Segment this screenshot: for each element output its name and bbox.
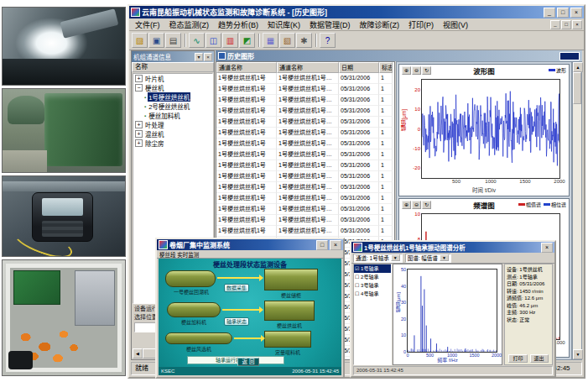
tree-item[interactable]: +混丝机	[133, 129, 212, 139]
scrollbar-thumb[interactable]	[573, 72, 581, 104]
tree-item[interactable]: −梗丝机	[133, 83, 212, 92]
toolbar-print-icon[interactable]: ▤	[165, 33, 181, 48]
channel-item[interactable]: ☐ 3号轴承	[354, 281, 391, 290]
back-button[interactable]: 返 回	[237, 358, 259, 366]
scada-close-button[interactable]: ×	[330, 240, 341, 250]
toolbar-save-icon[interactable]: ▣	[148, 33, 164, 48]
tree-item[interactable]: ▪2号梗丝烘丝机	[133, 102, 212, 111]
spectrum-type-combobox[interactable]: 图谱: 幅值谱 ▼	[405, 254, 451, 263]
table-row[interactable]: 1号梗丝烘丝机1号1号梗丝烘丝机1号…05/31/20061	[216, 171, 394, 182]
channel-combobox[interactable]: 通道: 1号轴承 ▼	[353, 254, 403, 263]
analysis-button[interactable]: 退出	[530, 354, 549, 363]
table-row[interactable]: 1号梗丝烘丝机1号1号梗丝烘丝机1号…05/31/20061	[216, 204, 394, 215]
zoom-in-icon[interactable]: ⊕	[402, 66, 411, 75]
table-row[interactable]: 1号梗丝烘丝机1号1号梗丝烘丝机1号…05/31/20061	[216, 84, 394, 95]
toolbar-waveform-icon[interactable]: ◫	[206, 33, 221, 48]
combo-arrow-icon[interactable]: ▼	[391, 254, 400, 261]
menu-item[interactable]: 趋势分析(B)	[214, 19, 263, 30]
column-header[interactable]: 标志	[379, 62, 393, 73]
docked-window-tab[interactable]	[559, 52, 580, 60]
refresh-icon[interactable]: ↻	[422, 201, 431, 209]
tree-item[interactable]: ▪1号梗丝烘丝机	[133, 92, 212, 102]
tree-item[interactable]: +叶片机	[133, 74, 212, 83]
analysis-close-button[interactable]: ×	[541, 243, 553, 253]
zoom-out-icon[interactable]: ⊖	[412, 66, 421, 75]
toolbar-open-icon[interactable]: ▨	[132, 33, 148, 48]
panel-close-icon[interactable]: ×	[204, 53, 212, 61]
table-row[interactable]: 1号梗丝烘丝机1号1号梗丝烘丝机1号…05/31/20061	[216, 149, 394, 160]
data-collect-button[interactable]: 数据采集	[224, 284, 249, 292]
table-row[interactable]: 1号梗丝烘丝机1号1号梗丝烘丝机1号…05/31/20061	[216, 106, 394, 117]
menu-item[interactable]: 知识库(K)	[263, 19, 304, 30]
toolbar-trend-icon[interactable]: ◩	[239, 33, 255, 48]
tree-item[interactable]: +除尘房	[133, 139, 212, 148]
column-header[interactable]: 日期	[339, 62, 379, 73]
equipment-moistener[interactable]	[165, 270, 216, 287]
menu-item[interactable]: 视图(V)	[439, 19, 472, 30]
scrollbar-track[interactable]	[573, 104, 581, 349]
toolbar-spectrum-icon[interactable]: ▥	[222, 33, 238, 48]
toolbar-help-icon[interactable]: ?	[320, 33, 336, 48]
scada-title-bar[interactable]: 卷烟厂集中监测系统 □ ×	[157, 239, 343, 250]
zoom-out-icon[interactable]: ⊖	[412, 201, 421, 209]
minimize-button[interactable]: _	[544, 8, 555, 18]
tree-column-header[interactable]: 名称	[132, 62, 214, 72]
pin-icon[interactable]: ▾	[195, 53, 203, 61]
combo-arrow-icon[interactable]: ▼	[440, 254, 449, 261]
menu-item[interactable]: 文件(F)	[131, 19, 164, 30]
waveform-plot[interactable]: 500100015002000-20-1001020	[421, 79, 560, 179]
menu-item[interactable]: 稳态监测(Z)	[165, 19, 214, 30]
child-close-button[interactable]: ×	[572, 20, 582, 29]
toolbar-report-icon[interactable]: ▧	[279, 33, 295, 48]
table-row[interactable]: 1号梗丝烘丝机1号1号梗丝烘丝机1号…05/31/20061	[216, 117, 394, 128]
equipment-winnower[interactable]	[165, 332, 232, 344]
toolbar-database-icon[interactable]: ▦	[263, 33, 278, 48]
equipment-feeder[interactable]	[264, 331, 311, 348]
analysis-plot[interactable]: 050010001500200001020304050	[407, 269, 497, 353]
child-minimize-button[interactable]: _	[550, 20, 560, 29]
maximize-button[interactable]: □	[557, 8, 569, 18]
toolbar-settings-icon[interactable]: ✱	[296, 33, 312, 48]
channel-item[interactable]: ☐ 4号轴承	[354, 290, 391, 298]
child-window-header[interactable]: 历史图形	[216, 50, 582, 61]
table-row[interactable]: 1号梗丝烘丝机1号1号梗丝烘丝机1号…05/31/20061	[216, 128, 394, 139]
expand-icon[interactable]: +	[135, 75, 143, 82]
analysis-title-bar[interactable]: 1号梗丝烘丝机1号轴承振动图谱分析 ×	[351, 242, 554, 253]
table-row[interactable]: 1号梗丝烘丝机1号1号梗丝烘丝机1号…05/31/20061	[216, 215, 394, 226]
column-header[interactable]: 通道名称	[216, 62, 277, 73]
tree-item[interactable]: +叶处理	[133, 120, 212, 129]
tree-panel-header[interactable]: 机组通道信息 ▾ ×	[132, 51, 214, 62]
equipment-casing-machine[interactable]	[167, 302, 221, 317]
channel-item[interactable]: ☑ 1号轴承	[354, 264, 391, 273]
scada-maximize-button[interactable]: □	[316, 240, 328, 250]
table-row[interactable]: 1号梗丝烘丝机1号1号梗丝烘丝机1号…05/31/20061	[216, 182, 394, 193]
column-header[interactable]: 通道名称	[277, 62, 339, 73]
menu-item[interactable]: 故障诊断(Z)	[356, 19, 404, 30]
table-row[interactable]: 1号梗丝烘丝机1号1号梗丝烘丝机1号…05/31/20061	[216, 193, 394, 204]
equipment-storage-cabinet[interactable]	[264, 269, 318, 290]
tree-item[interactable]: ▪梗丝加料机	[133, 111, 212, 120]
child-restore-button[interactable]: □	[561, 20, 571, 29]
title-bar[interactable]: 云南昆船振动机械状态监测和故障诊断系统 - [历史图形] _ □ ×	[129, 6, 584, 18]
close-button[interactable]: ×	[570, 8, 582, 18]
table-row[interactable]: 1号梗丝烘丝机1号1号梗丝烘丝机1号…05/31/20061	[216, 73, 394, 84]
expand-icon[interactable]: +	[135, 130, 143, 138]
expand-icon[interactable]: +	[135, 121, 143, 128]
refresh-icon[interactable]: ↻	[422, 66, 431, 75]
charts-vertical-scrollbar[interactable]: ▲ ▼	[572, 61, 582, 360]
bearing-status-button[interactable]: 轴承状态	[224, 317, 249, 326]
scroll-down-icon[interactable]: ▼	[573, 349, 583, 359]
equipment-dryer[interactable]	[264, 301, 315, 321]
channel-item[interactable]: ☐ 2号轴承	[354, 273, 391, 281]
scroll-left-icon[interactable]: ◀	[133, 348, 143, 358]
menu-item[interactable]: 数据管理(D)	[305, 19, 355, 30]
toolbar-realtime-monitor-icon[interactable]: ∿	[189, 33, 205, 48]
collapse-icon[interactable]: −	[135, 84, 143, 92]
scroll-up-icon[interactable]: ▲	[573, 62, 583, 72]
table-row[interactable]: 1号梗丝烘丝机1号1号梗丝烘丝机1号…05/31/20061	[216, 95, 394, 106]
expand-icon[interactable]: +	[135, 139, 143, 147]
zoom-in-icon[interactable]: ⊕	[402, 201, 411, 209]
menu-item[interactable]: 打印(P)	[404, 19, 438, 30]
analysis-button[interactable]: 打印	[508, 354, 527, 363]
table-row[interactable]: 1号梗丝烘丝机1号1号梗丝烘丝机1号…05/31/20061	[216, 160, 394, 171]
